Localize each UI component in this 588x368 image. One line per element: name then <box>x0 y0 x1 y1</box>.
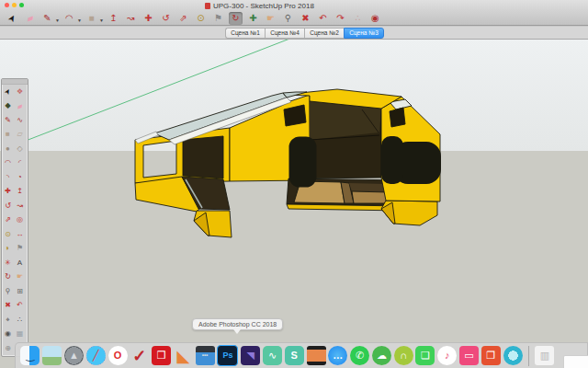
trash-glyph: ▥ <box>540 351 549 361</box>
zoom-extents-icon: ✖ <box>301 14 309 23</box>
palette-freehand-button[interactable]: ∿ <box>14 113 26 128</box>
pink-display-app-glyph: ▭ <box>464 351 473 361</box>
toolbar-rectangle-button[interactable]: ■ <box>85 12 98 25</box>
toolbar-line-button[interactable]: ✎ <box>40 12 54 25</box>
toolbar-move-button[interactable]: ✚ <box>141 12 155 25</box>
rectangle-icon: ■ <box>88 14 94 23</box>
palette-orbit-button[interactable]: ↻ <box>2 270 14 285</box>
toolbar-zoom-extents-button[interactable]: ✖ <box>299 12 312 25</box>
follow-me-icon: ↝ <box>127 14 134 23</box>
model-canvas[interactable] <box>0 39 588 368</box>
toolbar-look-around-button[interactable]: ◉ <box>368 12 382 25</box>
palette-look-around-button[interactable]: ◉ <box>2 328 14 342</box>
palette-follow-me-button[interactable]: ↝ <box>14 199 26 213</box>
dock-photoshop-icon[interactable]: Ps <box>217 345 238 366</box>
dock-screen-share-app-icon[interactable]: ❐ <box>481 346 501 365</box>
scene-tab-3[interactable]: Сцена №2 <box>304 28 344 39</box>
palette-three-point-arc-button[interactable]: ◝ <box>2 170 14 185</box>
palette-zoom-extents-button[interactable]: ✖ <box>2 299 14 314</box>
palette-circle-button[interactable]: ● <box>2 142 14 156</box>
toolbar-text-button[interactable]: ⚑ <box>211 12 225 25</box>
palette-move-button[interactable]: ✚ <box>2 185 14 200</box>
palette-zoom-window-button[interactable]: ⊞ <box>14 284 26 299</box>
palette-text-button[interactable]: ⚑ <box>14 242 26 257</box>
dock-purple-photo-app-icon[interactable]: ◥ <box>241 346 260 365</box>
toolbar-arc-button[interactable]: ◠ <box>62 12 76 25</box>
palette-3d-text-button[interactable]: A <box>14 256 26 270</box>
toolbar-next-view-button[interactable]: ↷ <box>334 12 347 25</box>
zoom-icon: ⚲ <box>285 14 291 23</box>
toolbar-previous-view-button[interactable]: ↶ <box>316 12 330 25</box>
palette-arc-button[interactable]: ◠ <box>2 156 14 171</box>
dock-photos-app-icon[interactable] <box>42 346 62 365</box>
palette-dimension-button[interactable]: ↔ <box>14 227 26 242</box>
toolbar-scale-button[interactable]: ⇗ <box>176 12 190 25</box>
dock-orange-arrow-app-icon[interactable]: ◣ <box>174 346 193 365</box>
toolbar-eraser-button[interactable]: ▰ <box>23 12 37 25</box>
dock-tooltip-label: Adobe Photoshop CC 2018 <box>198 321 277 328</box>
palette-push-pull-button[interactable]: ↥ <box>14 185 26 200</box>
minimize-button[interactable] <box>12 3 17 7</box>
dock-sketchup-icon[interactable]: ❒ <box>152 346 171 365</box>
line-dropdown-caret[interactable]: ▼ <box>55 17 60 23</box>
toolbar-position-camera-button[interactable]: ✚ <box>246 12 260 25</box>
palette-pie-button[interactable]: ◔ <box>14 170 26 185</box>
toolbar-push-pull-button[interactable]: ↥ <box>107 12 120 25</box>
zoom-button[interactable] <box>19 3 24 7</box>
palette-offset-button[interactable]: ◎ <box>14 213 26 228</box>
toolbar-orbit-button[interactable]: ↻ <box>229 12 243 25</box>
palette-axes-button[interactable]: ✳ <box>2 256 14 270</box>
palette-walk-button[interactable]: ∴ <box>14 313 26 328</box>
palette-extra-1-button[interactable]: ⊕ <box>2 341 14 356</box>
dock-green-swirl-app-2-icon[interactable]: S <box>285 346 304 365</box>
palette-rectangle-button[interactable]: ■ <box>2 128 14 143</box>
toolbar-pan-button[interactable]: ☛ <box>264 12 277 25</box>
dock-launchpad-icon[interactable]: ▲ <box>64 346 84 365</box>
rectangle-dropdown-caret[interactable]: ▼ <box>99 17 104 23</box>
palette-eraser-button[interactable]: ▰ <box>12 98 28 115</box>
close-button[interactable] <box>5 3 9 7</box>
palette-zoom-button[interactable]: ⚲ <box>2 284 14 299</box>
toolbar-select-button[interactable]: ➤ <box>6 12 19 25</box>
palette-line-button[interactable]: ✎ <box>2 113 14 128</box>
side-recess-panel <box>405 154 429 172</box>
palette-tape-measure-button[interactable]: ⊙ <box>2 227 14 242</box>
toolbar-zoom-button[interactable]: ⚲ <box>281 12 295 25</box>
dock-music-app-icon[interactable]: ♪ <box>437 346 457 365</box>
palette-rotated-rectangle-button[interactable]: ▱ <box>14 128 26 143</box>
dock-safari-icon[interactable]: ╱ <box>86 346 106 365</box>
scene-tab-1[interactable]: Сцена №1 <box>225 28 265 39</box>
palette-rotate-button[interactable]: ↺ <box>2 199 14 213</box>
dock-green-video-call-app-icon[interactable]: ❏ <box>415 346 435 365</box>
toolbar-tape-measure-button[interactable]: ⊙ <box>194 12 208 25</box>
toolbar-walk-button[interactable]: ∴ <box>351 12 365 25</box>
dock-trash-icon[interactable]: ▥ <box>535 346 554 365</box>
palette-previous-button[interactable]: ↶ <box>14 299 26 314</box>
toolbar-follow-me-button[interactable]: ↝ <box>124 12 138 25</box>
scene-tab-4[interactable]: Сцена №3 <box>344 28 384 39</box>
dock-opera-icon[interactable]: O <box>108 346 128 365</box>
palette-scale-button[interactable]: ⇗ <box>2 213 14 228</box>
palette-position-camera-button[interactable]: ⌖ <box>2 313 14 328</box>
scene-tab-2[interactable]: Сцена №4 <box>265 28 304 39</box>
toolbar-rotate-button[interactable]: ↺ <box>159 12 173 25</box>
red-check-app-glyph: ✓ <box>132 348 146 364</box>
dock-green-swirl-app-1-icon[interactable]: ∿ <box>263 346 282 365</box>
dock-red-check-app-icon[interactable]: ✓ <box>130 346 149 365</box>
dock-whatsapp-icon[interactable]: ✆ <box>350 346 369 365</box>
palette-polygon-button[interactable]: ◇ <box>14 142 26 156</box>
palette-protractor-button[interactable]: ◗ <box>2 242 14 257</box>
dock-finder-icon[interactable]: ‿ <box>20 346 40 365</box>
scene-tabs: Сцена №1Сцена №4Сцена №2Сцена №3 <box>225 28 384 39</box>
arc-dropdown-caret[interactable]: ▼ <box>77 17 82 23</box>
palette-section-plane-button[interactable]: ▦ <box>14 328 26 342</box>
palette-pan-button[interactable]: ☛ <box>14 270 26 285</box>
palette-two-point-arc-button[interactable]: ◜ <box>14 156 26 171</box>
dock-messages-icon[interactable]: … <box>328 346 347 365</box>
dock-pink-display-app-icon[interactable]: ▭ <box>459 346 479 365</box>
dock-globe-browser-app-icon[interactable] <box>503 346 523 365</box>
dock-filmstrip-app-icon[interactable] <box>307 346 326 365</box>
dock-android-app-icon[interactable]: ∩ <box>394 346 413 365</box>
dock-green-cloud-app-icon[interactable]: ☁ <box>372 346 391 365</box>
dock-video-editor-icon[interactable]: ┅ <box>196 346 215 365</box>
